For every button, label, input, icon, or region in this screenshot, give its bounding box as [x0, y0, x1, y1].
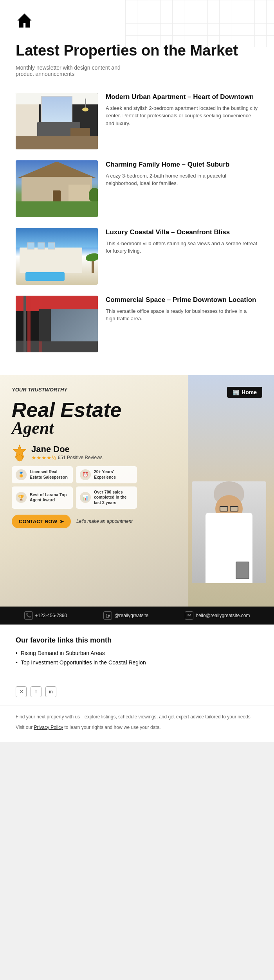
footer-privacy-suffix: to learn your rights and how we use your… [65, 725, 161, 730]
footer-privacy-text: Visit our Privacy Policy to learn your r… [16, 725, 258, 730]
agent-cred-text-4: Over 700 sales completed in the last 3 y… [94, 490, 133, 506]
property-desc-3: This 4-bedroom villa offers stunning sea… [106, 240, 258, 255]
apt-floor [16, 136, 98, 149]
property-title-2: Charming Family Home – Quiet Suburb [106, 160, 258, 169]
agent-photo-placeholder [192, 481, 266, 583]
villa-windows [27, 242, 55, 249]
agent-brand-badge: 🏢 Home [227, 387, 262, 398]
email-icon: ✉ [185, 611, 193, 620]
villa-win-2 [38, 242, 45, 249]
home-tree [93, 188, 96, 199]
comm-stripe1 [27, 296, 31, 352]
property-item-3: Luxury Coastal Villa – Oceanfront Bliss … [16, 228, 258, 285]
email-wrapper: Latest Properties on the Market Monthly … [0, 0, 274, 742]
agent-reviews: 651 Positive Reviews [58, 455, 103, 460]
contact-now-button[interactable]: CONTACT NOW ➤ [12, 515, 71, 528]
property-title-4: Commercial Space – Prime Downtown Locati… [106, 296, 258, 304]
links-list: Rising Demand in Suburban Areas Top Inve… [16, 650, 258, 666]
agent-glasses [220, 506, 238, 512]
agent-main-title: Real Estate [12, 400, 262, 420]
links-section: Our favorite links this month Rising Dem… [0, 625, 274, 680]
agent-medal [12, 444, 27, 461]
property-info-3: Luxury Coastal Villa – Oceanfront Bliss … [106, 228, 258, 255]
agent-stars: ★★★★½ [31, 454, 56, 461]
agent-name: Jane Doe [31, 444, 103, 454]
property-item-4: Commercial Space – Prime Downtown Locati… [16, 296, 258, 352]
link-2[interactable]: Top Investment Opportunities in the Coas… [21, 659, 146, 666]
apt-light [85, 99, 86, 108]
property-item-2: Charming Family Home – Quiet Suburb A co… [16, 160, 258, 217]
property-image-2 [16, 160, 98, 217]
apt-light-shade [82, 108, 88, 111]
agent-cred-icon-4: 📊 [80, 492, 91, 503]
home-garage [68, 185, 90, 202]
contact-email: hello@reallygreatsite.com [196, 613, 250, 618]
brand-building-icon: 🏢 [233, 389, 239, 395]
property-title-1: Modern Urban Apartment – Heart of Downto… [106, 93, 258, 101]
comm-col [23, 296, 26, 352]
property-desc-1: A sleek and stylish 2-bedroom apartment … [106, 104, 258, 127]
header-subtitle: Monthly newsletter with design content a… [16, 65, 125, 77]
contact-phone: +123-456-7890 [35, 613, 67, 618]
footer-text-1: Find your next property with us—explore … [16, 713, 258, 721]
agent-info-row: Jane Doe ★★★★½ 651 Positive Reviews [12, 444, 262, 461]
agent-cred-item-3: 🏆 Best of Larana Top Agent Award [12, 486, 73, 509]
property-image-1 [16, 93, 98, 149]
agent-top-bar: YOUR TRUSTWORTHY 🏢 Home [12, 387, 262, 398]
property-info-1: Modern Urban Apartment – Heart of Downto… [106, 93, 258, 127]
agent-cred-text-2: 20+ Years' Experience [94, 469, 133, 480]
villa-win-1 [27, 242, 34, 249]
property-info-2: Charming Family Home – Quiet Suburb A co… [106, 160, 258, 187]
agent-glasses-right [230, 506, 238, 512]
agent-cred-item-1: 🏅 Licensed Real Estate Salesperson [12, 466, 73, 483]
contact-social-handle: @reallygreatsite [114, 613, 148, 618]
property-1-visual [16, 93, 98, 149]
medal-icon [12, 444, 27, 461]
agent-cred-icon-3: 🏆 [16, 492, 27, 503]
appointment-text: Let's make an appointment [76, 519, 133, 524]
property-desc-2: A cozy 3-bedroom, 2-bath home nestled in… [106, 172, 258, 187]
social-icon-x[interactable]: ✕ [16, 686, 27, 697]
header-grid-bg [125, 0, 274, 47]
svg-marker-0 [18, 14, 32, 28]
agent-cred-text-3: Best of Larana Top Agent Award [30, 492, 69, 503]
agent-banner: YOUR TRUSTWORTHY 🏢 Home Real Estate Agen… [0, 375, 274, 607]
agent-contact-bar: 📞 +123-456-7890 @ @reallygreatsite ✉ hel… [0, 607, 274, 625]
link-1[interactable]: Rising Demand in Suburban Areas [21, 650, 105, 656]
svg-point-2 [16, 455, 23, 461]
footer: Find your next property with us—explore … [0, 705, 274, 742]
brand-label: Home [242, 389, 257, 395]
footer-privacy-label: Visit our [16, 725, 34, 730]
contact-btn-label: CONTACT NOW [19, 519, 57, 524]
villa-building [20, 248, 82, 273]
privacy-policy-link[interactable]: Privacy Policy [34, 725, 63, 730]
social-icon-facebook[interactable]: f [31, 686, 41, 697]
social-section: ✕ f in [0, 680, 274, 705]
property-item-1: Modern Urban Apartment – Heart of Downto… [16, 93, 258, 149]
agent-sub-title: Agent [12, 418, 262, 438]
property-title-3: Luxury Coastal Villa – Oceanfront Bliss [106, 228, 258, 237]
apt-table [70, 128, 90, 136]
property-desc-4: This versatile office space is ready for… [106, 307, 258, 323]
property-image-3 [16, 228, 98, 285]
social-icon-linkedin[interactable]: in [45, 686, 56, 697]
contact-phone-item: 📞 +123-456-7890 [24, 611, 67, 620]
villa-pool [25, 272, 65, 281]
contact-arrow-icon: ➤ [59, 519, 64, 524]
agent-credentials: 🏅 Licensed Real Estate Salesperson ⏰ 20+… [12, 466, 137, 509]
property-info-4: Commercial Space – Prime Downtown Locati… [106, 296, 258, 323]
agent-cred-icon-1: 🏅 [16, 469, 27, 480]
social-at-icon: @ [103, 611, 112, 620]
agent-cred-item-2: ⏰ 20+ Years' Experience [76, 466, 137, 483]
property-2-visual [16, 160, 98, 217]
property-image-4 [16, 296, 98, 352]
home-icon [16, 12, 33, 29]
contact-social-item: @ @reallygreatsite [103, 611, 148, 620]
phone-icon: 📞 [24, 611, 33, 620]
contact-email-item: ✉ hello@reallygreatsite.com [185, 611, 250, 620]
agent-tablet [236, 562, 249, 579]
agent-tagline-text: YOUR TRUSTWORTHY [12, 387, 67, 393]
properties-section: Modern Urban Apartment – Heart of Downto… [0, 85, 274, 375]
comm-glass [51, 309, 98, 341]
property-4-visual [16, 296, 98, 352]
